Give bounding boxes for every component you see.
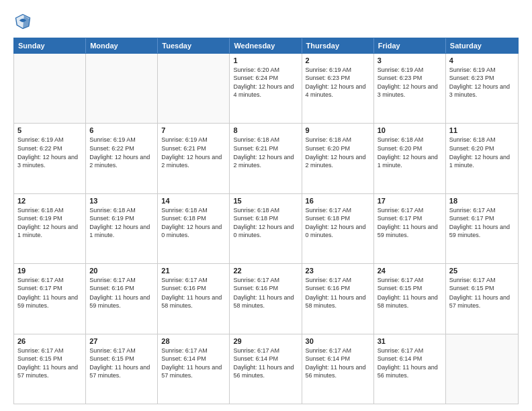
daylight-text: Daylight: 12 hours and 4 minutes. [306, 83, 370, 99]
day-number: 29 [233, 337, 298, 345]
sunrise-text: Sunrise: 6:17 AM [449, 206, 515, 214]
day-number: 3 [378, 56, 442, 64]
sunset-text: Sunset: 6:16 PM [161, 284, 226, 292]
daylight-text: Daylight: 11 hours and 59 minutes. [449, 223, 515, 239]
sunset-text: Sunset: 6:18 PM [161, 214, 226, 222]
sunset-text: Sunset: 6:16 PM [89, 284, 154, 292]
calendar-week-4: 19Sunrise: 6:17 AMSunset: 6:17 PMDayligh… [14, 264, 518, 334]
calendar-week-5: 26Sunrise: 6:17 AMSunset: 6:15 PMDayligh… [14, 334, 518, 404]
calendar-day-27: 27Sunrise: 6:17 AMSunset: 6:15 PMDayligh… [86, 334, 158, 404]
sunrise-text: Sunrise: 6:18 AM [89, 206, 154, 214]
calendar-header-row: SundayMondayTuesdayWednesdayThursdayFrid… [13, 38, 519, 54]
daylight-text: Daylight: 12 hours and 2 minutes. [161, 153, 226, 169]
day-number: 1 [233, 56, 298, 64]
calendar-empty-cell [446, 334, 518, 404]
day-number: 25 [449, 267, 515, 275]
sunset-text: Sunset: 6:15 PM [378, 284, 442, 292]
calendar-day-25: 25Sunrise: 6:17 AMSunset: 6:15 PMDayligh… [446, 264, 518, 333]
sunrise-text: Sunrise: 6:17 AM [89, 276, 154, 284]
day-number: 2 [306, 56, 370, 64]
calendar-day-15: 15Sunrise: 6:18 AMSunset: 6:18 PMDayligh… [230, 194, 302, 263]
day-number: 17 [378, 197, 442, 205]
sunrise-text: Sunrise: 6:19 AM [161, 136, 226, 144]
sunset-text: Sunset: 6:22 PM [17, 144, 82, 152]
calendar-empty-cell [158, 54, 230, 123]
logo-icon [13, 12, 32, 31]
day-number: 31 [378, 337, 442, 345]
daylight-text: Daylight: 12 hours and 0 minutes. [306, 223, 370, 239]
day-number: 21 [161, 267, 226, 275]
sunset-text: Sunset: 6:14 PM [161, 355, 226, 363]
sunset-text: Sunset: 6:16 PM [306, 284, 370, 292]
sunrise-text: Sunrise: 6:17 AM [449, 276, 515, 284]
day-number: 5 [17, 126, 82, 134]
sunrise-text: Sunrise: 6:18 AM [233, 136, 298, 144]
calendar-day-20: 20Sunrise: 6:17 AMSunset: 6:16 PMDayligh… [86, 264, 158, 333]
daylight-text: Daylight: 11 hours and 57 minutes. [17, 363, 82, 379]
daylight-text: Daylight: 12 hours and 1 minute. [17, 223, 82, 239]
calendar-day-22: 22Sunrise: 6:17 AMSunset: 6:16 PMDayligh… [230, 264, 302, 333]
day-number: 30 [306, 337, 370, 345]
sunrise-text: Sunrise: 6:18 AM [378, 136, 442, 144]
day-number: 8 [233, 126, 298, 134]
day-number: 11 [449, 126, 515, 134]
daylight-text: Daylight: 11 hours and 57 minutes. [449, 293, 515, 310]
sunrise-text: Sunrise: 6:17 AM [378, 347, 442, 355]
sunrise-text: Sunrise: 6:17 AM [161, 276, 226, 284]
day-number: 22 [233, 267, 298, 275]
logo [13, 12, 35, 31]
daylight-text: Daylight: 11 hours and 56 minutes. [378, 363, 442, 379]
day-number: 13 [89, 197, 154, 205]
calendar-day-28: 28Sunrise: 6:17 AMSunset: 6:14 PMDayligh… [158, 334, 230, 404]
sunrise-text: Sunrise: 6:19 AM [89, 136, 154, 144]
sunrise-text: Sunrise: 6:19 AM [378, 66, 442, 74]
sunset-text: Sunset: 6:17 PM [378, 214, 442, 222]
calendar-day-10: 10Sunrise: 6:18 AMSunset: 6:20 PMDayligh… [374, 124, 446, 193]
daylight-text: Daylight: 12 hours and 3 minutes. [378, 83, 442, 99]
calendar-day-1: 1Sunrise: 6:20 AMSunset: 6:24 PMDaylight… [230, 54, 302, 123]
sunrise-text: Sunrise: 6:17 AM [306, 206, 370, 214]
calendar-day-6: 6Sunrise: 6:19 AMSunset: 6:22 PMDaylight… [86, 124, 158, 193]
sunset-text: Sunset: 6:23 PM [306, 74, 370, 82]
calendar-day-30: 30Sunrise: 6:17 AMSunset: 6:14 PMDayligh… [302, 334, 374, 404]
sunrise-text: Sunrise: 6:19 AM [17, 136, 82, 144]
day-header-sunday: Sunday [14, 38, 86, 53]
calendar-week-3: 12Sunrise: 6:18 AMSunset: 6:19 PMDayligh… [14, 194, 518, 264]
sunrise-text: Sunrise: 6:17 AM [378, 206, 442, 214]
sunset-text: Sunset: 6:17 PM [17, 284, 82, 292]
day-number: 14 [161, 197, 226, 205]
calendar-empty-cell [14, 54, 86, 123]
calendar-empty-cell [86, 54, 158, 123]
daylight-text: Daylight: 12 hours and 2 minutes. [89, 153, 154, 169]
daylight-text: Daylight: 11 hours and 56 minutes. [233, 363, 298, 379]
sunrise-text: Sunrise: 6:18 AM [233, 206, 298, 214]
sunrise-text: Sunrise: 6:20 AM [233, 66, 298, 74]
sunset-text: Sunset: 6:19 PM [17, 214, 82, 222]
calendar-day-26: 26Sunrise: 6:17 AMSunset: 6:15 PMDayligh… [14, 334, 86, 404]
daylight-text: Daylight: 12 hours and 3 minutes. [17, 153, 82, 169]
calendar-body: 1Sunrise: 6:20 AMSunset: 6:24 PMDaylight… [13, 54, 519, 404]
calendar-day-14: 14Sunrise: 6:18 AMSunset: 6:18 PMDayligh… [158, 194, 230, 263]
sunrise-text: Sunrise: 6:17 AM [306, 347, 370, 355]
day-number: 26 [17, 337, 82, 345]
sunrise-text: Sunrise: 6:18 AM [449, 136, 515, 144]
calendar-day-3: 3Sunrise: 6:19 AMSunset: 6:23 PMDaylight… [374, 54, 446, 123]
sunset-text: Sunset: 6:14 PM [378, 355, 442, 363]
sunrise-text: Sunrise: 6:18 AM [17, 206, 82, 214]
daylight-text: Daylight: 12 hours and 1 minute. [378, 153, 442, 169]
calendar-day-21: 21Sunrise: 6:17 AMSunset: 6:16 PMDayligh… [158, 264, 230, 333]
calendar-day-29: 29Sunrise: 6:17 AMSunset: 6:14 PMDayligh… [230, 334, 302, 404]
daylight-text: Daylight: 11 hours and 57 minutes. [161, 363, 226, 379]
calendar-page: SundayMondayTuesdayWednesdayThursdayFrid… [0, 0, 532, 411]
day-header-friday: Friday [374, 38, 446, 53]
daylight-text: Daylight: 11 hours and 56 minutes. [306, 363, 370, 379]
sunrise-text: Sunrise: 6:18 AM [306, 136, 370, 144]
daylight-text: Daylight: 11 hours and 59 minutes. [378, 223, 442, 239]
daylight-text: Daylight: 12 hours and 2 minutes. [233, 153, 298, 169]
calendar-day-24: 24Sunrise: 6:17 AMSunset: 6:15 PMDayligh… [374, 264, 446, 333]
sunrise-text: Sunrise: 6:17 AM [17, 347, 82, 355]
sunset-text: Sunset: 6:20 PM [378, 144, 442, 152]
sunset-text: Sunset: 6:14 PM [306, 355, 370, 363]
sunset-text: Sunset: 6:20 PM [449, 144, 515, 152]
calendar-day-17: 17Sunrise: 6:17 AMSunset: 6:17 PMDayligh… [374, 194, 446, 263]
